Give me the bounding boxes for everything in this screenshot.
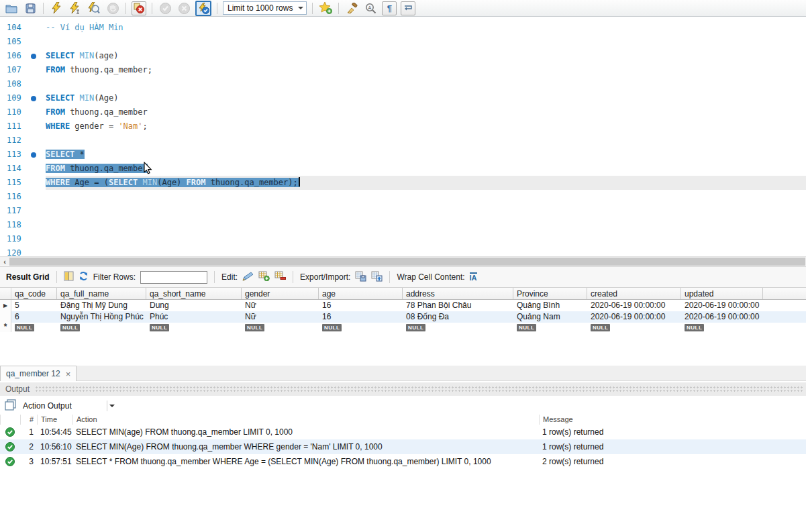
editor-line[interactable]: 110FROM thuong.qa_member (0, 105, 806, 119)
code-text[interactable] (46, 246, 806, 256)
editor-line[interactable]: 120 (0, 246, 806, 256)
code-text[interactable] (46, 77, 806, 91)
import-recordset-icon[interactable] (371, 271, 383, 284)
editor-line[interactable]: 119 (0, 232, 806, 246)
code-text[interactable] (46, 190, 806, 204)
scroll-left-arrow-icon[interactable]: ‹ (0, 257, 9, 266)
execute-current-statement-icon[interactable] (68, 1, 83, 15)
table-cell[interactable]: Nữ (242, 300, 319, 311)
find-icon[interactable]: A (363, 1, 378, 15)
code-text[interactable]: FROM thuong.qa_member (46, 105, 806, 119)
code-text[interactable]: WHERE Age = (SELECT MIN(Age) FROM thuong… (46, 176, 806, 190)
sql-editor[interactable]: 104-- Ví dụ HÀM Min105106SELECT MIN(age)… (0, 17, 806, 256)
toggle-autocommit-icon[interactable] (195, 1, 211, 16)
code-text[interactable]: SELECT MIN(age) (46, 49, 806, 63)
editor-horizontal-scrollbar[interactable]: ‹ (0, 256, 806, 266)
column-header[interactable]: created (587, 288, 681, 299)
table-row[interactable]: 6Nguyễn Thị Hồng PhúcPhúcNữ1608 Đống ĐaQ… (0, 311, 806, 323)
close-icon[interactable]: × (66, 370, 71, 378)
table-cell[interactable]: Nữ (242, 311, 319, 323)
column-header[interactable]: address (403, 288, 513, 299)
stop-icon[interactable] (105, 1, 120, 15)
output-view-selector[interactable]: Action Output (23, 399, 117, 413)
table-cell[interactable]: Quảng Nam (513, 311, 587, 323)
insert-row-icon[interactable] (258, 271, 270, 283)
result-tab[interactable]: qa_member 12 × (0, 366, 77, 381)
table-cell[interactable]: 2020-06-19 00:00:00 (587, 300, 681, 311)
table-cell[interactable]: 2020-06-19 00:00:00 (681, 311, 763, 323)
table-cell[interactable]: 16 (319, 311, 403, 323)
table-cell[interactable]: 16 (319, 300, 403, 311)
column-header[interactable]: qa_code (11, 288, 57, 299)
editor-line[interactable]: 118 (0, 218, 806, 232)
table-cell-null[interactable]: NULL (242, 323, 319, 332)
execute-icon[interactable] (49, 1, 64, 15)
rollback-icon[interactable] (177, 1, 191, 15)
edit-record-icon[interactable] (242, 272, 254, 283)
editor-line[interactable]: 113SELECT * (0, 148, 806, 162)
code-text[interactable]: SELECT * (46, 148, 806, 162)
editor-line[interactable]: 112 (0, 134, 806, 148)
table-cell-null[interactable]: NULL (587, 323, 681, 332)
table-cell-null[interactable]: NULL (11, 323, 57, 332)
editor-line[interactable]: 106SELECT MIN(age) (0, 49, 806, 63)
table-cell-null[interactable]: NULL (146, 323, 242, 332)
code-text[interactable]: SELECT MIN(Age) (46, 91, 806, 105)
toggle-stop-on-error-icon[interactable] (132, 1, 146, 15)
editor-line[interactable]: 117 (0, 204, 806, 218)
code-text[interactable]: FROM thuong.qa_member; (46, 63, 806, 77)
editor-line[interactable]: 114FROM thuong.qa_member (0, 162, 806, 176)
table-cell[interactable]: Nguyễn Thị Hồng Phúc (57, 311, 146, 323)
table-cell-null[interactable]: NULL (403, 323, 513, 332)
refresh-icon[interactable] (79, 271, 89, 283)
open-script-icon[interactable] (4, 1, 19, 15)
table-cell[interactable]: Quảng Bình (513, 300, 587, 311)
toggle-wrap-icon[interactable] (401, 1, 415, 15)
wrap-cell-content-toggle-icon[interactable]: IA (470, 272, 477, 282)
table-cell[interactable]: 08 Đống Đa (403, 311, 513, 323)
append-row[interactable]: *NULLNULLNULLNULLNULLNULLNULLNULLNULL (0, 323, 806, 332)
export-recordset-icon[interactable] (355, 271, 366, 284)
action-output-row[interactable]: 210:56:10SELECT MIN(Age) FROM thuong.qa_… (0, 439, 806, 454)
delete-row-icon[interactable] (274, 271, 286, 283)
table-cell[interactable]: Đặng Thị Mỹ Dung (57, 300, 146, 311)
explain-icon[interactable] (87, 1, 101, 15)
beautify-icon[interactable] (344, 1, 359, 15)
code-text[interactable]: -- Ví dụ HÀM Min (46, 21, 806, 35)
editor-line[interactable]: 111WHERE gender = 'Nam'; (0, 119, 806, 134)
column-header[interactable]: Province (513, 288, 587, 299)
new-snippet-icon[interactable] (318, 1, 333, 15)
editor-line[interactable]: 116 (0, 190, 806, 204)
code-text[interactable] (46, 204, 806, 218)
grid-view-icon[interactable] (64, 271, 74, 283)
table-cell-null[interactable]: NULL (681, 323, 763, 332)
action-output-row[interactable]: 110:54:45SELECT MIN(age) FROM thuong.qa_… (0, 425, 806, 439)
limit-rows-dropdown[interactable]: Limit to 1000 rows (223, 1, 307, 15)
table-cell[interactable]: 2020-06-19 00:00:00 (587, 311, 681, 323)
editor-line[interactable]: 109SELECT MIN(Age) (0, 91, 806, 105)
column-header[interactable]: qa_full_name (57, 288, 146, 299)
editor-line[interactable]: 108 (0, 77, 806, 91)
column-header[interactable]: updated (681, 288, 763, 299)
table-cell[interactable]: 2020-06-19 00:00:00 (681, 300, 763, 311)
scrollbar-thumb[interactable] (9, 258, 805, 266)
editor-line[interactable]: 107FROM thuong.qa_member; (0, 63, 806, 77)
table-cell[interactable]: Phúc (146, 311, 242, 323)
filter-rows-input[interactable] (140, 271, 207, 284)
editor-line[interactable]: 104-- Ví dụ HÀM Min (0, 21, 806, 35)
table-cell[interactable]: 6 (11, 311, 57, 323)
column-header[interactable]: gender (242, 288, 319, 299)
code-text[interactable]: WHERE gender = 'Nam'; (46, 119, 806, 134)
code-text[interactable] (46, 218, 806, 232)
editor-line[interactable]: 115WHERE Age = (SELECT MIN(Age) FROM thu… (0, 176, 806, 190)
table-cell[interactable]: 5 (11, 300, 57, 311)
table-cell-null[interactable]: NULL (513, 323, 587, 332)
code-text[interactable] (46, 134, 806, 148)
table-cell-null[interactable]: NULL (57, 323, 146, 332)
action-output-row[interactable]: 310:57:51SELECT * FROM thuong.qa_member … (0, 454, 806, 469)
table-cell[interactable]: 78 Phan Bội Châu (403, 300, 513, 311)
table-cell[interactable]: Dung (146, 300, 242, 311)
code-text[interactable] (46, 35, 806, 49)
column-header[interactable]: qa_short_name (146, 288, 242, 299)
table-row[interactable]: ▶5Đặng Thị Mỹ DungDungNữ1678 Phan Bội Ch… (0, 300, 806, 311)
